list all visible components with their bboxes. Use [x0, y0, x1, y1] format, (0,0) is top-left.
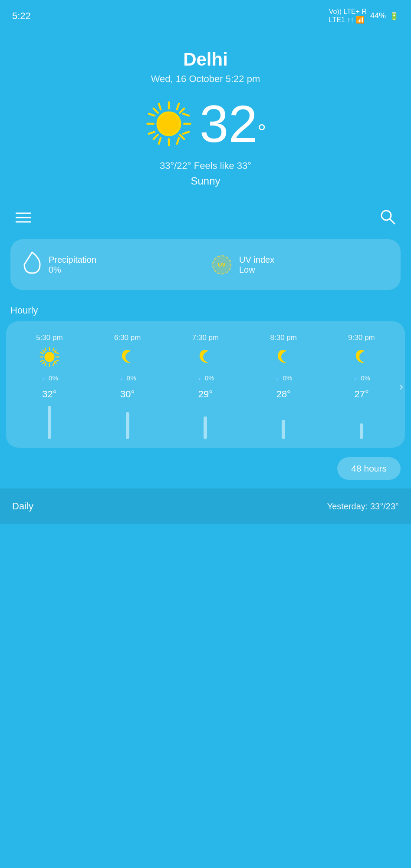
daily-section-label: Daily [12, 501, 33, 512]
svg-line-10 [149, 132, 155, 134]
uv-index-info: UV UV index Low [199, 251, 388, 278]
svg-line-5 [180, 135, 184, 139]
hour-time: 8:30 pm [270, 333, 297, 342]
hour-precip: 💧0% [197, 374, 214, 382]
hamburger-menu-icon[interactable] [16, 211, 31, 227]
svg-line-4 [154, 109, 158, 113]
hour-col: 7:30 pm 💧0% 29° [167, 333, 245, 439]
svg-line-8 [159, 104, 161, 109]
hour-temp: 32° [42, 389, 56, 400]
scroll-right-icon[interactable]: › [399, 380, 403, 393]
temperature-row: 32° [145, 98, 266, 150]
hour-temp: 28° [276, 389, 291, 400]
info-card: Precipitation 0% UV UV index Low [10, 239, 401, 290]
hour-weather-icon [119, 347, 136, 370]
hourly-scroll[interactable]: 5:30 pm [10, 333, 401, 439]
hour-col: 8:30 pm 💧0% 28° [244, 333, 322, 439]
hour-time: 5:30 pm [36, 333, 62, 342]
temp-bar-container [48, 404, 51, 439]
big-temperature: 32° [200, 98, 266, 150]
hour-weather-icon [39, 347, 60, 370]
hour-col: 5:30 pm [10, 333, 89, 439]
hour-precip: 💧0% [353, 374, 370, 382]
temp-bar [48, 406, 51, 439]
svg-line-28 [54, 362, 56, 363]
hour-time: 7:30 pm [192, 333, 219, 342]
temp-bar [204, 416, 207, 439]
weather-header: Delhi Wed, 16 October 5:22 pm [0, 27, 411, 196]
hour-precip: 💧0% [119, 374, 136, 382]
svg-line-27 [43, 350, 45, 352]
battery-icon: 🔋 [389, 11, 399, 21]
hour-weather-icon [353, 347, 370, 370]
sun-icon [145, 100, 193, 148]
hour-col: 6:30 pm 💧0% 30° [89, 333, 167, 439]
hour-temp: 29° [198, 389, 213, 400]
hour-time: 9:30 pm [348, 333, 375, 342]
svg-line-12 [149, 114, 155, 116]
svg-line-38 [53, 348, 54, 351]
svg-point-39 [44, 352, 54, 362]
weather-condition: Sunny [191, 175, 220, 187]
temp-bar-container [282, 404, 285, 439]
battery-level: 44% [370, 11, 386, 20]
svg-line-9 [177, 138, 178, 144]
svg-line-11 [183, 114, 189, 116]
feels-like: 33°/22° Feels like 33° [160, 160, 251, 172]
yesterday-label: Yesterday: 33°/23° [327, 502, 399, 512]
precipitation-text: Precipitation 0% [49, 255, 96, 275]
hourly-section-label: Hourly [0, 294, 411, 321]
city-name: Delhi [183, 49, 228, 70]
hour-temp: 27° [354, 389, 368, 400]
hour-precip: 💧0% [41, 374, 58, 382]
hour-precip: 💧0% [275, 374, 292, 382]
svg-line-31 [45, 348, 46, 351]
svg-line-36 [56, 360, 58, 361]
svg-line-13 [183, 132, 189, 134]
svg-line-33 [41, 360, 43, 361]
hour-weather-icon [275, 347, 292, 370]
daily-footer: Daily Yesterday: 33°/23° [0, 488, 411, 524]
hour-col: 9:30 pm 💧0% 27° [322, 333, 401, 439]
date-time: Wed, 16 October 5:22 pm [151, 73, 260, 85]
precipitation-icon [23, 251, 41, 278]
svg-line-14 [159, 138, 161, 144]
hourly-card: 5:30 pm [6, 321, 405, 448]
precipitation-info: Precipitation 0% [23, 251, 199, 278]
uv-index-icon: UV [212, 255, 231, 274]
svg-line-22 [390, 219, 395, 224]
svg-point-17 [158, 113, 179, 134]
temp-bar-container [204, 404, 207, 439]
status-time: 5:22 [12, 10, 31, 22]
svg-line-32 [53, 363, 54, 366]
hour-weather-icon [197, 347, 214, 370]
status-bar: 5:22 Vo)) LTE+ RLTE1 ↑↑ 📶 44% 🔋 [0, 0, 411, 27]
search-icon[interactable] [380, 209, 395, 228]
temp-bar [126, 412, 129, 439]
svg-line-37 [45, 363, 46, 366]
temp-bar-container [126, 404, 129, 439]
hours-btn-row: 48 hours [0, 448, 411, 484]
temp-bar-container [360, 404, 363, 439]
signal-icon: Vo)) LTE+ RLTE1 ↑↑ 📶 [329, 8, 367, 24]
svg-line-29 [54, 350, 56, 352]
svg-line-6 [180, 109, 184, 113]
svg-line-7 [154, 135, 158, 139]
svg-line-35 [41, 353, 43, 353]
menu-row [0, 196, 411, 235]
temp-bar [282, 420, 285, 439]
svg-line-34 [56, 353, 58, 353]
temp-bar [360, 423, 363, 439]
status-right: Vo)) LTE+ RLTE1 ↑↑ 📶 44% 🔋 [329, 8, 399, 24]
svg-line-15 [177, 104, 178, 109]
svg-line-30 [43, 362, 45, 363]
hour-temp: 30° [120, 389, 135, 400]
hour-time: 6:30 pm [114, 333, 141, 342]
uv-index-text: UV index Low [239, 255, 274, 275]
forty-eight-hours-button[interactable]: 48 hours [337, 457, 401, 480]
